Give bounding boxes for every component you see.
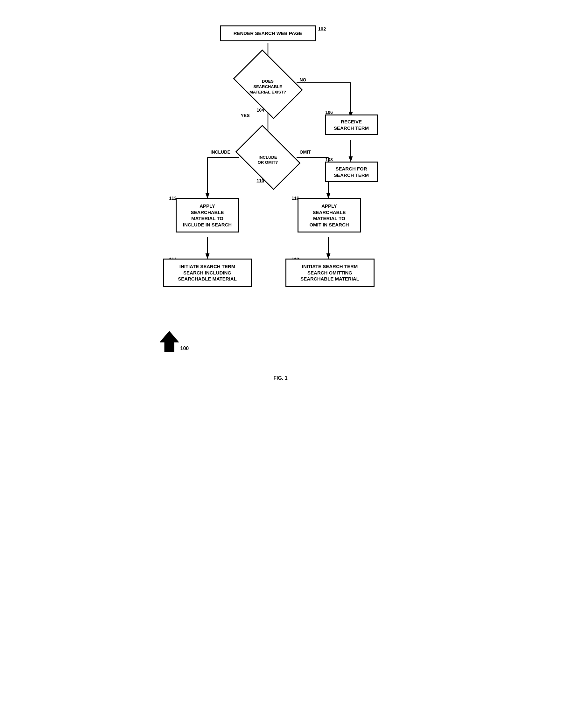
- node-106: RECEIVE SEARCH TERM: [325, 114, 378, 135]
- flowchart: RENDER SEARCH WEB PAGE 102 DOES SEARCHAB…: [144, 19, 418, 369]
- ref-104: 104: [257, 107, 264, 113]
- ref-108: 108: [326, 157, 333, 162]
- svg-marker-8: [349, 156, 353, 162]
- node-108: SEARCH FOR SEARCH TERM: [325, 162, 378, 182]
- svg-marker-11: [205, 193, 209, 198]
- svg-marker-14: [327, 193, 330, 198]
- node-112: APPLY SEARCHABLE MATERIAL TO INCLUDE IN …: [176, 198, 239, 232]
- ref-arrow-figure: [156, 329, 182, 356]
- svg-marker-19: [160, 331, 179, 352]
- fig-label: FIG. 1: [144, 375, 418, 381]
- page: RENDER SEARCH WEB PAGE 102 DOES SEARCHAB…: [137, 6, 424, 400]
- svg-marker-16: [205, 253, 209, 259]
- ref-110: 110: [257, 178, 264, 183]
- label-yes: YES: [241, 113, 250, 118]
- node-102: RENDER SEARCH WEB PAGE: [220, 25, 316, 41]
- node-114: INITIATE SEARCH TERM SEARCH INCLUDING SE…: [163, 259, 252, 287]
- node-110: INCLUDE OR OMIT?: [239, 138, 297, 177]
- label-no: NO: [300, 77, 307, 82]
- label-omit: OMIT: [300, 149, 311, 155]
- label-include: INCLUDE: [211, 149, 230, 155]
- ref-106: 106: [326, 110, 333, 115]
- ref-102: 102: [318, 26, 326, 31]
- ref-arrow-svg: [156, 329, 182, 355]
- node-118: INITIATE SEARCH TERM SEARCH OMITTING SEA…: [286, 259, 375, 287]
- node-116: APPLY SEARCHABLE MATERIAL TO OMIT IN SEA…: [298, 198, 361, 232]
- svg-marker-18: [327, 253, 330, 259]
- node-104: DOES SEARCHABLE MATERIAL EXIST?: [239, 64, 297, 105]
- ref-number: 100: [180, 346, 189, 351]
